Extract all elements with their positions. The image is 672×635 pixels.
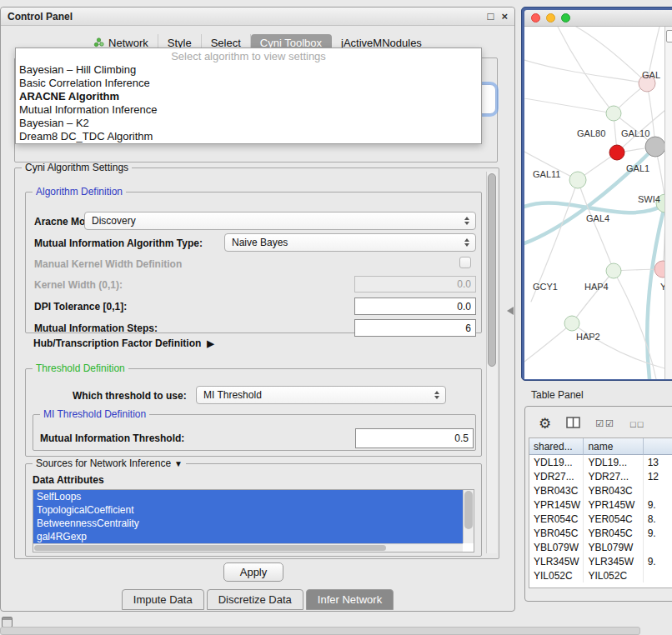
dropdown-item-basic-correlation-inference[interactable]: Basic Correlation Inference <box>16 77 481 90</box>
columns-icon[interactable] <box>566 417 580 431</box>
combo-arrows-icon <box>460 238 473 247</box>
column-header-name[interactable]: name <box>584 438 643 455</box>
aracne-mode-select[interactable]: Discovery <box>84 212 476 230</box>
dropdown-item-aracne-algorithm[interactable]: ARACNE Algorithm <box>16 90 481 103</box>
hub-definition-toggle[interactable]: Hub/Transcription Factor Definition ▶ <box>33 338 214 349</box>
table-cell: YPR145W <box>584 498 643 512</box>
attribute-item-betweennesscentrality[interactable]: BetweennessCentrality <box>33 517 463 530</box>
select-all-icon[interactable]: ☑☑ <box>595 418 615 429</box>
network-edge[interactable] <box>524 147 655 243</box>
sources-group: Sources for Network Inference▼ Data Attr… <box>25 463 482 557</box>
network-canvas[interactable]: GALGAL80GAL10GAL11GAL1SWI4GAL4GCY1HAP4YH… <box>524 27 664 379</box>
float-panel-icon[interactable]: □ <box>488 11 494 22</box>
settings-scrollbar[interactable] <box>486 172 497 553</box>
which-threshold-select[interactable]: MI Threshold <box>196 386 446 404</box>
table-row[interactable]: YIL052CYIL052C <box>529 568 672 582</box>
network-edge[interactable] <box>524 323 572 362</box>
gear-icon[interactable]: ⚙ <box>539 417 551 431</box>
table-row[interactable]: YBL079WYBL079W <box>529 540 672 554</box>
scrollbar-thumb[interactable] <box>666 30 672 42</box>
scrollbar-thumb[interactable] <box>464 491 473 529</box>
network-vertical-scrollbar[interactable] <box>664 27 672 379</box>
dpi-tolerance-label: DPI Tolerance [0,1]: <box>34 301 127 312</box>
scrollbar-thumb[interactable] <box>34 545 386 551</box>
node-label: HAP2 <box>576 332 600 342</box>
attribute-item-gal4rgexp[interactable]: gal4RGexp <box>33 530 463 543</box>
kernel-width-field[interactable] <box>354 276 476 292</box>
network-edge[interactable] <box>524 203 664 213</box>
table-cell: YDL19... <box>584 455 643 469</box>
bottom-tab-bar: Impute DataDiscretize DataInfer Network <box>1 589 514 610</box>
network-edge[interactable] <box>578 180 614 271</box>
close-panel-icon[interactable]: × <box>501 11 508 22</box>
mi-threshold-title: MI Threshold Definition <box>40 408 149 420</box>
dropdown-item-mutual-information-inference[interactable]: Mutual Information Inference <box>16 103 481 117</box>
table-header-row: shared...name <box>529 438 672 455</box>
attribute-item-topologicalcoefficient[interactable]: TopologicalCoefficient <box>33 503 463 517</box>
table-row[interactable]: YPR145WYPR145W9. <box>529 498 672 512</box>
dpi-tolerance-field[interactable] <box>354 298 476 315</box>
network-window-titlebar[interactable] <box>524 10 672 27</box>
mi-steps-label: Mutual Information Steps: <box>34 322 158 334</box>
network-node[interactable] <box>606 263 621 278</box>
network-node[interactable] <box>569 172 586 188</box>
table-row[interactable]: YBR043CYBR043C <box>529 483 672 498</box>
mi-type-value: Naive Bayes <box>225 237 460 248</box>
manual-kernel-checkbox[interactable] <box>459 257 471 268</box>
titlebar-buttons: □ × <box>488 11 508 22</box>
table-row[interactable]: YBR045CYBR045C9. <box>529 526 672 540</box>
table-row[interactable]: YLR345WYLR345W9. <box>529 554 672 568</box>
node-label: GAL11 <box>533 169 560 179</box>
network-node[interactable] <box>564 316 579 331</box>
network-node[interactable] <box>654 261 664 278</box>
table-row[interactable]: YER054CYER054C8. <box>529 512 672 526</box>
network-edge[interactable] <box>524 98 614 113</box>
mi-threshold-field[interactable] <box>355 428 474 448</box>
list-horizontal-scrollbar[interactable] <box>33 543 463 552</box>
table-row[interactable]: YDL19...YDL19...13 <box>529 455 672 469</box>
minimize-window-icon[interactable] <box>546 13 555 22</box>
deselect-all-icon[interactable]: □□ <box>630 419 644 429</box>
network-edge[interactable] <box>572 323 664 368</box>
table-cell: 13 <box>644 455 672 469</box>
node-label: SWI4 <box>638 194 660 204</box>
collapse-splitter-icon[interactable] <box>503 307 514 315</box>
close-window-icon[interactable] <box>531 13 540 22</box>
column-header-shared[interactable]: shared... <box>529 438 584 455</box>
column-header-2[interactable] <box>644 438 672 455</box>
network-edge[interactable] <box>572 271 614 323</box>
mi-steps-field[interactable] <box>354 319 476 337</box>
table-toolbar: ⚙ ☑☑ □□ <box>525 407 672 438</box>
node-label: GCY1 <box>533 282 558 292</box>
zoom-window-icon[interactable] <box>561 13 570 22</box>
table-cell: YBR043C <box>584 483 643 498</box>
algorithm-definition-title: Algorithm Definition <box>33 186 126 198</box>
dropdown-prompt: Select algorithm to view settings <box>16 50 481 63</box>
scrollbar-thumb[interactable] <box>488 173 496 367</box>
dropdown-item-bayesian-hill-climbing[interactable]: Bayesian – Hill Climbing <box>16 63 481 77</box>
bottom-tab-discretize-data[interactable]: Discretize Data <box>207 589 303 610</box>
dropdown-item-dream8-dc-tdc-algorithm[interactable]: Dream8 DC_TDC Algorithm <box>16 130 481 143</box>
table-cell <box>644 568 672 582</box>
mi-type-select[interactable]: Naive Bayes <box>224 233 476 252</box>
network-edge[interactable] <box>524 60 647 83</box>
dropdown-item-bayesian-k2[interactable]: Bayesian – K2 <box>16 117 481 130</box>
combo-arrows-icon <box>430 391 443 399</box>
table-row[interactable]: YDR27...YDR27...12 <box>529 469 672 483</box>
bottom-scrollbar[interactable] <box>0 627 640 635</box>
sources-title[interactable]: Sources for Network Inference▼ <box>33 458 186 469</box>
attribute-item-selfloops[interactable]: SelfLoops <box>33 490 463 503</box>
control-panel-titlebar[interactable]: Control Panel □ × <box>1 8 514 26</box>
bottom-tab-impute-data[interactable]: Impute Data <box>122 589 204 610</box>
network-node[interactable] <box>645 137 664 157</box>
sources-title-text: Sources for Network Inference <box>36 458 171 469</box>
network-edge[interactable] <box>576 27 647 83</box>
table-cell: YBL079W <box>584 540 643 554</box>
network-node[interactable] <box>609 145 624 160</box>
network-node[interactable] <box>606 106 621 121</box>
node-label: GAL4 <box>586 213 609 223</box>
apply-button[interactable]: Apply <box>223 562 283 582</box>
list-vertical-scrollbar[interactable] <box>463 490 474 543</box>
which-threshold-label: Which threshold to use: <box>73 390 187 402</box>
bottom-tab-infer-network[interactable]: Infer Network <box>306 589 394 610</box>
